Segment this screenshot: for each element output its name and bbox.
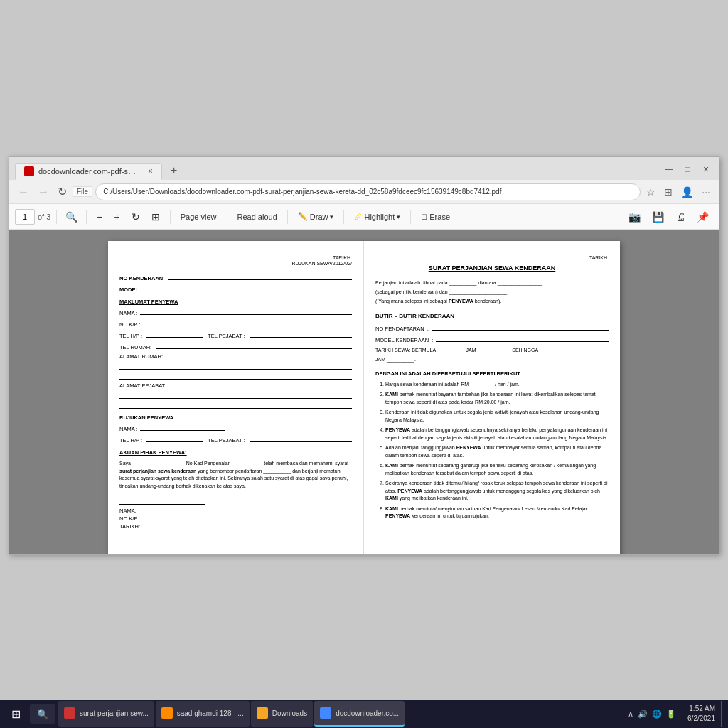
dengan-ini-title: DENGAN INI ADALAH DIPERSETUJUI SEPERTI B…	[375, 370, 609, 377]
taskbar-app-docdownloader[interactable]: docdownloader.co...	[314, 701, 405, 727]
model-label: MODEL:	[119, 287, 141, 293]
tel-hp2-label: TEL H/P :	[119, 437, 142, 444]
surat-app-icon	[64, 707, 75, 719]
read-aloud-button[interactable]: Read aloud	[233, 210, 282, 223]
draw-button[interactable]: ✏️ Draw ▾	[294, 210, 338, 223]
taskbar-app-surat[interactable]: surat perjanjian sew...	[58, 701, 154, 727]
taskbar-apps: surat perjanjian sew... saad ghamdi 128 …	[58, 701, 405, 727]
new-tab-button[interactable]: +	[165, 164, 183, 177]
draw-icon: ✏️	[298, 212, 308, 221]
rotate-button[interactable]: ↻	[127, 209, 144, 225]
tab-favicon	[24, 166, 34, 176]
highlight-icon: 🖊	[354, 213, 362, 221]
nama-label: NAMA :	[119, 310, 137, 316]
tarikh-label: TARIKH:	[119, 255, 352, 260]
highlight-label: Highlight	[364, 213, 395, 221]
akuan-title: AKUAN PIHAK PENYEWA:	[119, 449, 352, 456]
more-icon[interactable]: ···	[699, 185, 713, 199]
battery-icon[interactable]: 🔋	[666, 710, 676, 719]
start-button[interactable]: ⊞	[3, 701, 28, 727]
network-icon[interactable]: 🌐	[652, 710, 662, 719]
tel-hp-label: TEL H/P :	[119, 333, 142, 339]
term-7: Sekiranya kenderaan tidak ditemui/ hilan…	[385, 480, 609, 503]
minimize-button[interactable]: —	[660, 161, 678, 177]
intro-line3: ( Yang mana selepas ini sebagai PENYEWA …	[375, 297, 609, 305]
no-kp-label: NO K/P :	[119, 321, 140, 328]
intro-line2: (sebagai pemilik kenderaan) dan ________…	[375, 288, 609, 296]
active-tab[interactable]: docdownloader.com-pdf-surat-... ×	[15, 163, 162, 180]
close-button[interactable]: ×	[697, 161, 714, 177]
erase-icon: ◻	[421, 212, 427, 221]
zoom-in-button[interactable]: +	[110, 209, 124, 225]
bookmark-button[interactable]: 📌	[692, 209, 713, 225]
terms-list: Harga sewa kenderaan ini adalah RM______…	[375, 381, 609, 520]
tab-close-button[interactable]: ×	[148, 166, 153, 176]
nama2-label: NAMA :	[119, 426, 137, 432]
print-button[interactable]: 🖨	[671, 209, 690, 225]
taskbar-app-downloads[interactable]: Downloads	[251, 701, 313, 727]
file-label: File	[73, 186, 92, 197]
downloads-app-icon	[257, 707, 268, 719]
screenshot-button[interactable]: 📷	[624, 209, 645, 225]
maklumat-section-title: MAKLUMAT PENYEWA	[119, 299, 352, 305]
saad-app-label: saad ghamdi 128 - ...	[177, 710, 244, 717]
right-tarikh-label: TARIKH:	[375, 255, 609, 260]
tel-rumah-label: TEL RUMAH:	[119, 344, 151, 350]
rujukan-penyewa-label: RUJUKAN PENYEWA:	[119, 414, 352, 421]
term-8: KAMI berhak meminta/ menyimpan salinan K…	[385, 505, 609, 520]
term-6: KAMI berhak menuntut sebarang gantirugi …	[385, 462, 609, 477]
model-kenderaan-label: MODEL KENDERAAN	[375, 337, 429, 343]
profile-icon[interactable]: 👤	[678, 185, 696, 199]
term-5: Adalah menjadi tanggungjawab PENYEWA unt…	[385, 444, 609, 459]
term-4: PENYEWA adalah bertanggungjawab sepenuhn…	[385, 427, 609, 441]
pdf-left-column: TARIKH: RUJUKAN:SEWA/2012/02/ NO KENDERA…	[108, 241, 364, 554]
alamat-pejabat-label: ALAMAT PEJABAT:	[119, 382, 166, 389]
alamat-rumah-label: ALAMAT RUMAH:	[119, 353, 163, 360]
tarikh-sewa-label: TARIKH SEWA: BERMULA __________ JAM ____…	[375, 346, 609, 354]
page-total: of 3	[38, 213, 50, 221]
surat-app-label: surat perjanjian sew...	[80, 710, 149, 717]
speaker-icon[interactable]: 🔊	[638, 710, 648, 719]
highlight-button[interactable]: 🖊 Highlight ▾	[350, 210, 405, 223]
back-button[interactable]: ←	[15, 184, 32, 200]
draw-chevron: ▾	[330, 213, 333, 220]
address-input[interactable]	[95, 183, 641, 200]
tray-chevron[interactable]: ∧	[628, 710, 633, 719]
search-in-pdf-icon[interactable]: 🔍	[63, 210, 80, 224]
pdf-title: SURAT PERJANJIAN SEWA KENDERAAN	[375, 264, 609, 272]
term-2: KAMI berhak menuntut bayaran tambahan ji…	[385, 391, 609, 406]
docdownloader-app-icon	[320, 707, 331, 719]
pdf-page: TARIKH: RUJUKAN:SEWA/2012/02/ NO KENDERA…	[108, 241, 620, 554]
taskbar-search[interactable]: 🔍	[30, 704, 55, 724]
clock-time: 1:52 AM	[687, 704, 715, 714]
refresh-button[interactable]: ↻	[55, 183, 70, 200]
tel-pejabat2-label: TEL PEJABAT :	[208, 437, 245, 444]
favorites-icon[interactable]: ☆	[643, 185, 658, 199]
intro-line1: Perjanjian ini adalah dibuat pada ______…	[375, 279, 609, 287]
sig-nama-label: NAMA:	[119, 508, 352, 514]
collections-icon[interactable]: ⊞	[661, 185, 675, 199]
erase-label: Erase	[429, 213, 450, 221]
fit-button[interactable]: ⊞	[147, 209, 164, 225]
saad-app-icon	[161, 707, 173, 719]
show-desktop-button[interactable]	[721, 701, 725, 727]
taskbar-app-saad[interactable]: saad ghamdi 128 - ...	[156, 701, 250, 727]
erase-button[interactable]: ◻ Erase	[417, 210, 454, 223]
forward-button[interactable]: →	[35, 184, 52, 200]
pdf-right-column: TARIKH: SURAT PERJANJIAN SEWA KENDERAAN …	[364, 241, 620, 554]
downloads-app-label: Downloads	[272, 710, 307, 717]
save-button[interactable]: 💾	[648, 209, 668, 225]
clock-date: 6/2/2021	[687, 714, 715, 724]
tab-label: docdownloader.com-pdf-surat-...	[38, 167, 138, 176]
docdownloader-app-label: docdownloader.co...	[336, 710, 399, 717]
page-number-input[interactable]	[15, 209, 35, 225]
butir-title: BUTIR – BUTIR KENDERAAN	[375, 313, 609, 319]
pdf-content-area: TARIKH: RUJUKAN:SEWA/2012/02/ NO KENDERA…	[9, 230, 719, 554]
taskbar-clock[interactable]: 1:52 AM 6/2/2021	[682, 704, 721, 724]
page-view-button[interactable]: Page view	[176, 210, 221, 223]
sig-tarikh-label: TARIKH:	[119, 523, 352, 530]
zoom-out-button[interactable]: −	[92, 209, 107, 225]
no-pendaftaran-label: NO PENDAFTARAN	[375, 326, 424, 332]
term-3: Kenderaan ini tidak digunakan untuk sega…	[385, 409, 609, 424]
maximize-button[interactable]: □	[679, 161, 696, 177]
